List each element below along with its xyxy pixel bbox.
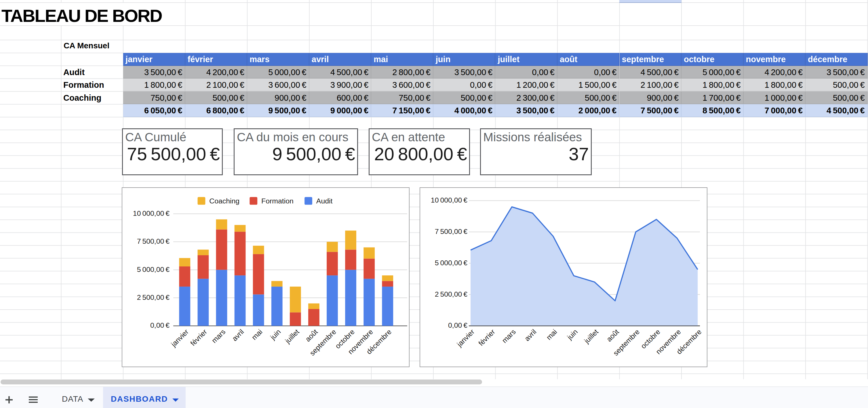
- svg-text:avril: avril: [230, 328, 245, 342]
- svg-text:Audit: Audit: [316, 197, 333, 205]
- svg-text:juillet: juillet: [583, 328, 600, 345]
- svg-text:avril: avril: [523, 328, 537, 342]
- svg-text:août: août: [304, 328, 319, 343]
- svg-text:mai: mai: [545, 328, 558, 341]
- svg-text:2 500,00 €: 2 500,00 €: [435, 290, 468, 298]
- svg-text:mars: mars: [210, 328, 227, 344]
- svg-text:janvier: janvier: [455, 328, 476, 348]
- svg-text:2 500,00 €: 2 500,00 €: [137, 293, 170, 301]
- svg-text:Formation: Formation: [261, 197, 293, 205]
- svg-text:février: février: [189, 328, 208, 347]
- svg-text:7 500,00 €: 7 500,00 €: [435, 228, 468, 236]
- svg-text:mai: mai: [250, 328, 264, 341]
- svg-text:janvier: janvier: [169, 328, 190, 348]
- svg-text:février: février: [477, 328, 496, 347]
- svg-text:10 000,00 €: 10 000,00 €: [133, 210, 169, 217]
- svg-text:juillet: juillet: [283, 328, 301, 345]
- svg-text:juin: juin: [565, 328, 579, 341]
- svg-text:mars: mars: [500, 328, 517, 344]
- svg-text:0,00 €: 0,00 €: [150, 321, 169, 329]
- svg-text:5 000,00 €: 5 000,00 €: [435, 259, 468, 267]
- svg-text:5 000,00 €: 5 000,00 €: [137, 265, 170, 273]
- svg-text:juin: juin: [269, 328, 282, 341]
- svg-text:août: août: [605, 328, 620, 343]
- svg-text:7 500,00 €: 7 500,00 €: [137, 238, 170, 245]
- svg-text:Coaching: Coaching: [209, 197, 240, 205]
- svg-text:0,00 €: 0,00 €: [448, 321, 467, 329]
- svg-text:10 000,00 €: 10 000,00 €: [431, 196, 467, 204]
